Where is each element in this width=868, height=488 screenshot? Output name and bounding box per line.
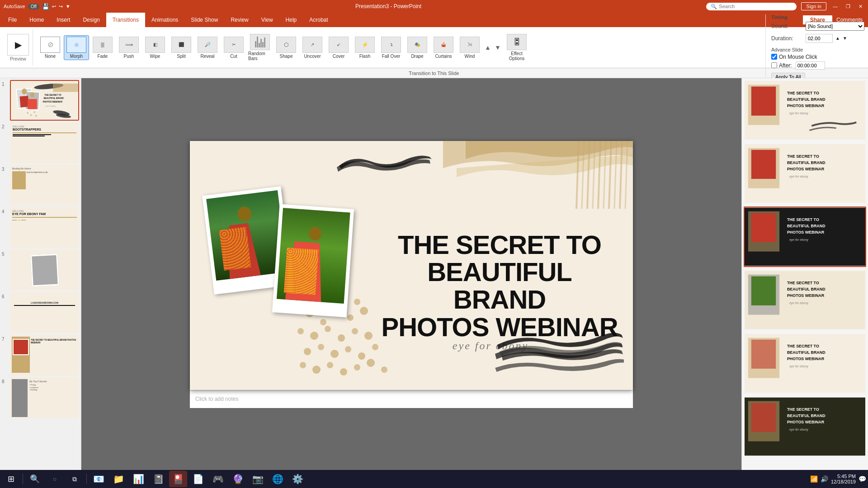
transition-random-bars[interactable]: Random Bars — [247, 33, 273, 62]
taskbar-app1[interactable]: 🔮 — [229, 471, 247, 487]
duration-label: Duration: — [771, 35, 803, 42]
duration-up[interactable]: ▲ — [835, 36, 840, 41]
taskbar-outlook[interactable]: 📧 — [90, 471, 108, 487]
right-thumb-5[interactable]: THE SECRET TO BEAUTIFUL BRAND PHOTOS WEB… — [744, 333, 866, 394]
tab-review[interactable]: Review — [224, 13, 255, 27]
tab-animations[interactable]: Animations — [145, 13, 184, 27]
transition-wind[interactable]: 🌬 Wind — [457, 36, 482, 60]
taskbar-word[interactable]: 📄 — [189, 471, 207, 487]
redo-icon[interactable]: ↪ — [59, 4, 63, 9]
svg-text:eye for ebony: eye for ebony — [789, 428, 808, 432]
tab-home[interactable]: Home — [23, 13, 50, 27]
taskbar-steam[interactable]: 🎮 — [209, 471, 227, 487]
right-thumb-3[interactable]: THE SECRET TO BEAUTIFUL BRAND PHOTOS WEB… — [744, 206, 866, 267]
clock-time: 5:45 PM — [831, 474, 856, 479]
taskbar-search[interactable]: 🔍 — [26, 471, 44, 487]
transition-shape[interactable]: ⬡ Shape — [274, 36, 299, 60]
duration-input[interactable] — [806, 34, 833, 43]
tab-design[interactable]: Design — [76, 13, 106, 27]
taskbar-onenote[interactable]: 📓 — [149, 471, 167, 487]
brush-black-top — [335, 150, 434, 182]
after-checkbox[interactable] — [771, 62, 777, 68]
tab-view[interactable]: View — [255, 13, 279, 27]
transition-curtains[interactable]: 🎪 Curtains — [431, 36, 456, 60]
slide-canvas[interactable]: THE SECRET TO BEAUTIFUL BRAND PHOTOS WEB… — [190, 141, 633, 390]
after-label: After: — [779, 62, 792, 69]
right-thumb-4[interactable]: THE SECRET TO BEAUTIFUL BRAND PHOTOS WEB… — [744, 270, 866, 330]
transition-flash[interactable]: ⚡ Flash — [352, 36, 377, 60]
slide-thumb-8[interactable]: 8 My Top 5 Secrets • Timing• Locations• … — [2, 377, 79, 418]
slide-thumb-5[interactable]: 5 — [2, 250, 79, 291]
transition-wipe[interactable]: ◧ Wipe — [142, 36, 168, 60]
taskbar-excel[interactable]: 📊 — [129, 471, 147, 487]
ribbon-scroll-up[interactable]: ▲ — [483, 29, 492, 66]
tab-file[interactable]: File — [2, 13, 23, 27]
effect-options-button[interactable]: 🎛 Effect Options — [503, 33, 530, 62]
minimize-button[interactable]: — — [831, 4, 840, 9]
right-thumb-1[interactable]: THE SECRET TO BEAUTIFUL BRAND PHOTOS WEB… — [744, 80, 866, 141]
transition-push[interactable]: ⟹ Push — [116, 36, 142, 60]
clock-date: 12/18/2019 — [831, 479, 856, 484]
sound-select[interactable]: [No Sound] — [806, 22, 864, 31]
transition-fall-over[interactable]: ↴ Fall Over — [378, 36, 404, 60]
slide-thumb-6[interactable]: 6 LASHONDABROWN.COM — [2, 292, 79, 333]
search-input[interactable] — [719, 4, 787, 9]
undo-icon[interactable]: ↩ — [52, 4, 56, 9]
slide-thumb-box-1[interactable]: THE SECRET TO BEAUTIFUL BRAND PHOTOS WEB… — [10, 80, 79, 121]
taskbar-explorer[interactable]: 📁 — [109, 471, 127, 487]
transition-morph[interactable]: ◎ Morph — [64, 35, 89, 60]
on-mouse-click-checkbox[interactable] — [771, 54, 777, 60]
transition-none[interactable]: ⊘ None — [38, 36, 63, 60]
slide-thumb-box-8[interactable]: My Top 5 Secrets • Timing• Locations• Cl… — [10, 377, 79, 418]
start-button[interactable]: ⊞ — [2, 471, 20, 487]
transition-cut[interactable]: ✂ Cut — [221, 36, 246, 60]
customize-icon[interactable]: ▼ — [66, 4, 71, 9]
ribbon-scroll-down[interactable]: ▼ — [493, 29, 502, 66]
search-box[interactable]: 🔍 — [706, 3, 797, 10]
right-thumb-2[interactable]: THE SECRET TO BEAUTIFUL BRAND PHOTOS WEB… — [744, 143, 866, 204]
save-icon[interactable]: 💾 — [42, 3, 49, 10]
notification-icon[interactable]: 💬 — [859, 475, 866, 483]
slide-thumb-7[interactable]: 7 THE SECRET TO BEAUTIFUL BRAND PHOTOS W… — [2, 335, 79, 375]
slide-thumb-box-6[interactable]: LASHONDABROWN.COM — [10, 292, 79, 333]
tab-slideshow[interactable]: Slide Show — [184, 13, 224, 27]
slide-thumb-4[interactable]: 4 WELCOME EYE FOR EBONY FAM ═══ ⚡ ═══ — [2, 207, 79, 248]
slide-thumb-box-2[interactable]: WELCOME BOOTSTRAPPERS — [10, 122, 79, 163]
transition-fade[interactable]: ▓ Fade — [90, 36, 115, 60]
svg-text:THE SECRET TO: THE SECRET TO — [787, 281, 819, 285]
tab-help[interactable]: Help — [279, 13, 303, 27]
transition-reveal[interactable]: 🔎 Reveal — [195, 36, 220, 60]
duration-down[interactable]: ▼ — [843, 36, 847, 41]
sign-in-button[interactable]: Sign in — [801, 2, 826, 10]
slide-thumb-1[interactable]: 1 — [2, 80, 79, 121]
preview-icon[interactable]: ▶ — [7, 34, 29, 56]
transition-uncover[interactable]: ↗ Uncover — [300, 36, 325, 60]
volume-icon[interactable]: 🔊 — [821, 475, 828, 483]
taskbar-settings[interactable]: ⚙️ — [288, 471, 307, 487]
taskbar-chrome[interactable]: 🌐 — [269, 471, 287, 487]
slide-thumb-box-4[interactable]: WELCOME EYE FOR EBONY FAM ═══ ⚡ ═══ — [10, 207, 79, 248]
taskbar-taskview[interactable]: ⧉ — [66, 471, 84, 487]
after-time-input[interactable] — [796, 61, 825, 70]
taskbar-photoshop[interactable]: 📷 — [249, 471, 267, 487]
tab-insert[interactable]: Insert — [50, 13, 76, 27]
tab-transitions[interactable]: Transitions — [106, 13, 145, 27]
slide-thumb-box-3[interactable]: Bootleg Biz Advice BOOTSTRAPPERS.COM — [10, 165, 79, 206]
transition-drape[interactable]: 🎭 Drape — [405, 36, 430, 60]
right-thumb-6[interactable]: THE SECRET TO BEAUTIFUL BRAND PHOTOS WEB… — [744, 396, 866, 457]
close-button[interactable]: ✕ — [857, 4, 864, 9]
notes-bar[interactable]: Click to add notes — [190, 390, 633, 408]
slide-thumb-2[interactable]: 2 WELCOME BOOTSTRAPPERS — [2, 122, 79, 163]
transition-split[interactable]: ⬛ Split — [169, 36, 194, 60]
click-to-add-notes[interactable]: Click to add notes — [195, 396, 238, 402]
autosave-toggle[interactable]: Off — [28, 4, 39, 9]
restore-button[interactable]: ❐ — [844, 4, 852, 9]
slide-thumb-3[interactable]: 3 Bootleg Biz Advice BOOTSTRAPPERS.COM — [2, 165, 79, 206]
slide-thumb-box-5[interactable] — [10, 250, 79, 291]
taskbar-powerpoint[interactable]: 🎴 — [169, 471, 187, 487]
taskbar-cortana[interactable]: ○ — [46, 471, 64, 487]
slide-thumb-box-7[interactable]: THE SECRET TO BEAUTIFUL BRAND PHOTOS WEB… — [10, 335, 79, 375]
tab-acrobat[interactable]: Acrobat — [303, 13, 334, 27]
slide-num-2: 2 — [2, 122, 8, 129]
transition-cover[interactable]: ↙ Cover — [326, 36, 351, 60]
